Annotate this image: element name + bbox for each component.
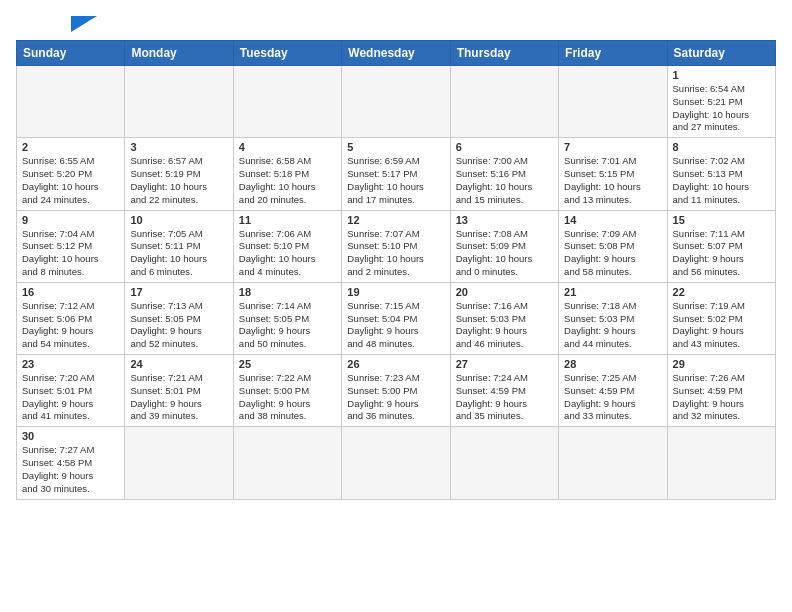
calendar-cell: 19Sunrise: 7:15 AM Sunset: 5:04 PM Dayli… xyxy=(342,282,450,354)
day-info: Sunrise: 7:16 AM Sunset: 5:03 PM Dayligh… xyxy=(456,300,553,351)
day-number: 20 xyxy=(456,286,553,298)
calendar-cell: 20Sunrise: 7:16 AM Sunset: 5:03 PM Dayli… xyxy=(450,282,558,354)
calendar-cell xyxy=(450,427,558,499)
calendar-cell: 12Sunrise: 7:07 AM Sunset: 5:10 PM Dayli… xyxy=(342,210,450,282)
calendar-week-row: 16Sunrise: 7:12 AM Sunset: 5:06 PM Dayli… xyxy=(17,282,776,354)
day-info: Sunrise: 7:04 AM Sunset: 5:12 PM Dayligh… xyxy=(22,228,119,279)
day-info: Sunrise: 7:23 AM Sunset: 5:00 PM Dayligh… xyxy=(347,372,444,423)
calendar-cell: 28Sunrise: 7:25 AM Sunset: 4:59 PM Dayli… xyxy=(559,355,667,427)
calendar-cell: 26Sunrise: 7:23 AM Sunset: 5:00 PM Dayli… xyxy=(342,355,450,427)
calendar-cell: 5Sunrise: 6:59 AM Sunset: 5:17 PM Daylig… xyxy=(342,138,450,210)
calendar-cell: 21Sunrise: 7:18 AM Sunset: 5:03 PM Dayli… xyxy=(559,282,667,354)
day-number: 17 xyxy=(130,286,227,298)
calendar-cell: 18Sunrise: 7:14 AM Sunset: 5:05 PM Dayli… xyxy=(233,282,341,354)
calendar-cell xyxy=(667,427,775,499)
calendar-cell: 22Sunrise: 7:19 AM Sunset: 5:02 PM Dayli… xyxy=(667,282,775,354)
day-number: 26 xyxy=(347,358,444,370)
day-info: Sunrise: 7:11 AM Sunset: 5:07 PM Dayligh… xyxy=(673,228,770,279)
day-info: Sunrise: 7:06 AM Sunset: 5:10 PM Dayligh… xyxy=(239,228,336,279)
day-number: 23 xyxy=(22,358,119,370)
day-info: Sunrise: 7:24 AM Sunset: 4:59 PM Dayligh… xyxy=(456,372,553,423)
calendar-cell xyxy=(342,66,450,138)
weekday-header-row: SundayMondayTuesdayWednesdayThursdayFrid… xyxy=(17,41,776,66)
day-info: Sunrise: 7:14 AM Sunset: 5:05 PM Dayligh… xyxy=(239,300,336,351)
calendar-cell xyxy=(233,66,341,138)
calendar-cell: 24Sunrise: 7:21 AM Sunset: 5:01 PM Dayli… xyxy=(125,355,233,427)
day-info: Sunrise: 6:55 AM Sunset: 5:20 PM Dayligh… xyxy=(22,155,119,206)
page-header xyxy=(16,16,776,32)
calendar-cell xyxy=(342,427,450,499)
day-info: Sunrise: 7:08 AM Sunset: 5:09 PM Dayligh… xyxy=(456,228,553,279)
day-number: 24 xyxy=(130,358,227,370)
calendar-cell: 25Sunrise: 7:22 AM Sunset: 5:00 PM Dayli… xyxy=(233,355,341,427)
day-info: Sunrise: 7:02 AM Sunset: 5:13 PM Dayligh… xyxy=(673,155,770,206)
calendar-cell: 13Sunrise: 7:08 AM Sunset: 5:09 PM Dayli… xyxy=(450,210,558,282)
day-number: 25 xyxy=(239,358,336,370)
day-number: 21 xyxy=(564,286,661,298)
calendar-cell: 29Sunrise: 7:26 AM Sunset: 4:59 PM Dayli… xyxy=(667,355,775,427)
calendar-cell: 15Sunrise: 7:11 AM Sunset: 5:07 PM Dayli… xyxy=(667,210,775,282)
day-number: 9 xyxy=(22,214,119,226)
day-info: Sunrise: 7:19 AM Sunset: 5:02 PM Dayligh… xyxy=(673,300,770,351)
day-number: 12 xyxy=(347,214,444,226)
calendar-cell: 14Sunrise: 7:09 AM Sunset: 5:08 PM Dayli… xyxy=(559,210,667,282)
calendar-cell xyxy=(17,66,125,138)
calendar-cell: 30Sunrise: 7:27 AM Sunset: 4:58 PM Dayli… xyxy=(17,427,125,499)
day-number: 28 xyxy=(564,358,661,370)
day-number: 19 xyxy=(347,286,444,298)
calendar-cell: 17Sunrise: 7:13 AM Sunset: 5:05 PM Dayli… xyxy=(125,282,233,354)
day-number: 10 xyxy=(130,214,227,226)
weekday-header-friday: Friday xyxy=(559,41,667,66)
logo-icon xyxy=(71,16,97,32)
day-info: Sunrise: 7:09 AM Sunset: 5:08 PM Dayligh… xyxy=(564,228,661,279)
calendar-week-row: 1Sunrise: 6:54 AM Sunset: 5:21 PM Daylig… xyxy=(17,66,776,138)
day-number: 16 xyxy=(22,286,119,298)
day-number: 15 xyxy=(673,214,770,226)
day-info: Sunrise: 7:21 AM Sunset: 5:01 PM Dayligh… xyxy=(130,372,227,423)
day-number: 11 xyxy=(239,214,336,226)
calendar-cell: 4Sunrise: 6:58 AM Sunset: 5:18 PM Daylig… xyxy=(233,138,341,210)
calendar-cell: 10Sunrise: 7:05 AM Sunset: 5:11 PM Dayli… xyxy=(125,210,233,282)
day-number: 22 xyxy=(673,286,770,298)
calendar-week-row: 23Sunrise: 7:20 AM Sunset: 5:01 PM Dayli… xyxy=(17,355,776,427)
weekday-header-monday: Monday xyxy=(125,41,233,66)
calendar-cell: 6Sunrise: 7:00 AM Sunset: 5:16 PM Daylig… xyxy=(450,138,558,210)
day-info: Sunrise: 7:00 AM Sunset: 5:16 PM Dayligh… xyxy=(456,155,553,206)
day-info: Sunrise: 6:59 AM Sunset: 5:17 PM Dayligh… xyxy=(347,155,444,206)
day-info: Sunrise: 7:15 AM Sunset: 5:04 PM Dayligh… xyxy=(347,300,444,351)
calendar-week-row: 30Sunrise: 7:27 AM Sunset: 4:58 PM Dayli… xyxy=(17,427,776,499)
calendar-table: SundayMondayTuesdayWednesdayThursdayFrid… xyxy=(16,40,776,500)
calendar-week-row: 9Sunrise: 7:04 AM Sunset: 5:12 PM Daylig… xyxy=(17,210,776,282)
day-number: 13 xyxy=(456,214,553,226)
calendar-cell xyxy=(125,427,233,499)
calendar-cell xyxy=(559,427,667,499)
logo xyxy=(16,16,97,32)
day-number: 4 xyxy=(239,141,336,153)
day-number: 8 xyxy=(673,141,770,153)
calendar-week-row: 2Sunrise: 6:55 AM Sunset: 5:20 PM Daylig… xyxy=(17,138,776,210)
day-info: Sunrise: 7:12 AM Sunset: 5:06 PM Dayligh… xyxy=(22,300,119,351)
calendar-cell: 27Sunrise: 7:24 AM Sunset: 4:59 PM Dayli… xyxy=(450,355,558,427)
day-info: Sunrise: 7:22 AM Sunset: 5:00 PM Dayligh… xyxy=(239,372,336,423)
day-number: 6 xyxy=(456,141,553,153)
day-info: Sunrise: 7:07 AM Sunset: 5:10 PM Dayligh… xyxy=(347,228,444,279)
calendar-cell: 23Sunrise: 7:20 AM Sunset: 5:01 PM Dayli… xyxy=(17,355,125,427)
calendar-cell xyxy=(450,66,558,138)
day-number: 7 xyxy=(564,141,661,153)
day-info: Sunrise: 6:57 AM Sunset: 5:19 PM Dayligh… xyxy=(130,155,227,206)
day-number: 29 xyxy=(673,358,770,370)
calendar-cell xyxy=(559,66,667,138)
calendar-cell: 2Sunrise: 6:55 AM Sunset: 5:20 PM Daylig… xyxy=(17,138,125,210)
day-number: 1 xyxy=(673,69,770,81)
day-info: Sunrise: 7:18 AM Sunset: 5:03 PM Dayligh… xyxy=(564,300,661,351)
calendar-cell xyxy=(233,427,341,499)
weekday-header-tuesday: Tuesday xyxy=(233,41,341,66)
weekday-header-sunday: Sunday xyxy=(17,41,125,66)
day-info: Sunrise: 7:27 AM Sunset: 4:58 PM Dayligh… xyxy=(22,444,119,495)
day-number: 14 xyxy=(564,214,661,226)
calendar-cell: 7Sunrise: 7:01 AM Sunset: 5:15 PM Daylig… xyxy=(559,138,667,210)
day-info: Sunrise: 7:26 AM Sunset: 4:59 PM Dayligh… xyxy=(673,372,770,423)
day-info: Sunrise: 7:13 AM Sunset: 5:05 PM Dayligh… xyxy=(130,300,227,351)
calendar-cell: 8Sunrise: 7:02 AM Sunset: 5:13 PM Daylig… xyxy=(667,138,775,210)
day-info: Sunrise: 7:01 AM Sunset: 5:15 PM Dayligh… xyxy=(564,155,661,206)
